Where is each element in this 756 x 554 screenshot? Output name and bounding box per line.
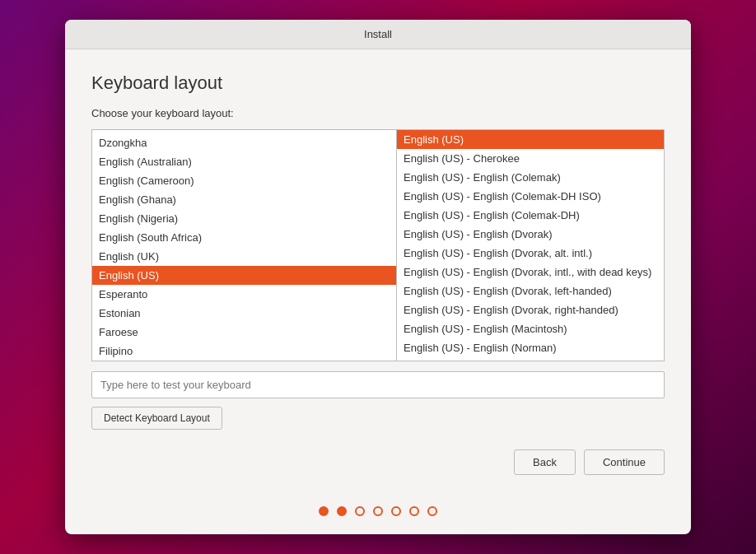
list-item[interactable]: English (US) - English (Dvorak): [397, 225, 664, 244]
language-list[interactable]: DhivehiDutchDzongkhaEnglish (Australian)…: [92, 130, 397, 361]
list-item[interactable]: Esperanto: [92, 285, 396, 304]
progress-dots: [65, 491, 691, 534]
list-item[interactable]: English (South Africa): [92, 228, 396, 247]
list-item[interactable]: English (US) - English (Dvorak, intl., w…: [397, 263, 664, 282]
variant-list[interactable]: English (US)English (US) - CherokeeEngli…: [397, 130, 664, 361]
detect-keyboard-button[interactable]: Detect Keyboard Layout: [91, 407, 222, 430]
list-item[interactable]: Filipino: [92, 342, 396, 361]
list-item[interactable]: English (US): [92, 266, 396, 285]
progress-dot: [373, 506, 383, 516]
content-area: Keyboard layout Choose your keyboard lay…: [65, 49, 691, 491]
continue-button[interactable]: Continue: [584, 449, 665, 475]
back-button[interactable]: Back: [514, 449, 576, 475]
list-item[interactable]: Faroese: [92, 323, 396, 342]
list-item[interactable]: English (US) - English (US, Symbolic): [397, 357, 664, 361]
list-item[interactable]: English (Cameroon): [92, 171, 396, 190]
list-item[interactable]: English (US) - English (Colemak): [397, 168, 664, 187]
window-title: Install: [364, 28, 392, 40]
progress-dot: [391, 506, 401, 516]
list-item[interactable]: English (US) - English (Dvorak, right-ha…: [397, 300, 664, 319]
page-title: Keyboard layout: [91, 72, 665, 94]
keyboard-test-input[interactable]: [91, 371, 665, 398]
navigation-buttons: Back Continue: [91, 449, 665, 475]
list-item[interactable]: English (US): [397, 130, 664, 149]
list-item[interactable]: English (UK): [92, 247, 396, 266]
list-item[interactable]: English (US) - Cherokee: [397, 149, 664, 168]
installer-window: Install Keyboard layout Choose your keyb…: [65, 20, 691, 534]
list-item[interactable]: English (US) - English (Colemak-DH ISO): [397, 187, 664, 206]
keyboard-layout-lists: DhivehiDutchDzongkhaEnglish (Australian)…: [91, 129, 665, 361]
titlebar: Install: [65, 20, 691, 49]
list-item[interactable]: English (US) - English (Norman): [397, 338, 664, 357]
progress-dot: [355, 506, 365, 516]
progress-dot: [427, 506, 437, 516]
subtitle: Choose your keyboard layout:: [91, 107, 665, 119]
progress-dot: [319, 506, 329, 516]
list-item[interactable]: English (US) - English (Colemak-DH): [397, 206, 664, 225]
list-item[interactable]: Estonian: [92, 304, 396, 323]
list-item[interactable]: English (US) - English (Dvorak, alt. int…: [397, 244, 664, 263]
progress-dot: [337, 506, 347, 516]
list-item[interactable]: English (US) - English (Macintosh): [397, 319, 664, 338]
list-item[interactable]: English (Australian): [92, 152, 396, 171]
list-item[interactable]: Dzongkha: [92, 133, 396, 152]
progress-dot: [409, 506, 419, 516]
list-item[interactable]: English (Nigeria): [92, 209, 396, 228]
list-item[interactable]: English (US) - English (Dvorak, left-han…: [397, 282, 664, 300]
list-item[interactable]: English (Ghana): [92, 190, 396, 209]
